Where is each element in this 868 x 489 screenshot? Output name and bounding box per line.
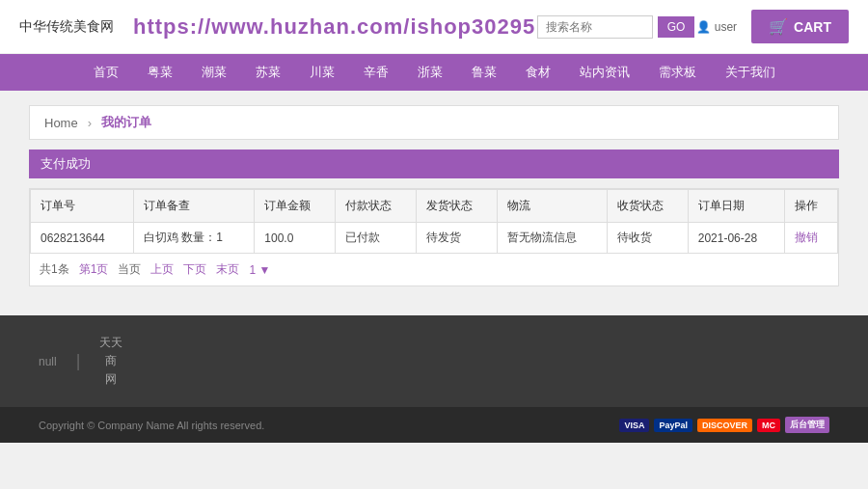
nav-item-苏菜[interactable]: 苏菜 (241, 54, 295, 91)
orders-table: 订单号订单备查订单金额付款状态发货状态物流收货状态订单日期操作 06282136… (30, 189, 838, 254)
nav-item-关于我们[interactable]: 关于我们 (711, 54, 790, 91)
header-right: 👤 user 🛒 CART (696, 10, 849, 43)
header-left: 中华传统美食网 https://www.huzhan.com/ishop3029… (19, 14, 535, 40)
cart-label: CART (794, 19, 831, 35)
nav-item-站内资讯[interactable]: 站内资讯 (565, 54, 644, 91)
nav-item-浙菜[interactable]: 浙菜 (403, 54, 457, 91)
table-row: 0628213644白切鸡 数量：1100.0已付款待发货暂无物流信息待收货20… (31, 223, 838, 254)
col-header: 收货状态 (607, 190, 688, 223)
footer-separator: | (76, 351, 81, 371)
table-header-row: 订单号订单备查订单金额付款状态发货状态物流收货状态订单日期操作 (31, 190, 838, 223)
action-link[interactable]: 撤销 (795, 231, 818, 244)
main-content: 支付成功 订单号订单备查订单金额付款状态发货状态物流收货状态订单日期操作 062… (29, 149, 839, 286)
payment-icon-discover: DISCOVER (697, 419, 752, 432)
table-cell: 待发货 (417, 223, 498, 254)
table-cell: 待收货 (607, 223, 688, 254)
footer-link[interactable]: 天天 (99, 335, 122, 351)
payment-icon-admin[interactable]: 后台管理 (785, 417, 829, 433)
pagination-indicator[interactable]: 1 ▼ (249, 263, 270, 277)
table-cell: 暂无物流信息 (498, 223, 607, 254)
nav-item-食材[interactable]: 食材 (511, 54, 565, 91)
col-header: 操作 (785, 190, 838, 223)
footer: null | 天天商网 Copyright © Company Name All… (0, 315, 868, 443)
footer-link[interactable]: 商 (105, 353, 117, 369)
col-header: 订单金额 (255, 190, 336, 223)
pagination: 共1条 第1页 当页 上页 下页 末页 1 ▼ (30, 254, 838, 285)
header: 中华传统美食网 https://www.huzhan.com/ishop3029… (0, 0, 868, 54)
url-display: https://www.huzhan.com/ishop30295 (133, 14, 535, 40)
col-header: 订单号 (31, 190, 134, 223)
search-area: GO (537, 15, 695, 39)
copyright-text: Copyright © Company Name All rights rese… (39, 420, 264, 431)
action-cell: 撤销 (785, 223, 838, 254)
pagination-next[interactable]: 下页 (183, 261, 206, 278)
site-title: 中华传统美食网 (19, 18, 114, 36)
nav-item-需求板[interactable]: 需求板 (644, 54, 711, 91)
section-title: 支付成功 (29, 149, 839, 178)
nav-item-鲁菜[interactable]: 鲁菜 (457, 54, 511, 91)
footer-link[interactable]: 网 (105, 371, 117, 388)
user-info: 👤 user (696, 20, 737, 34)
payment-icons: VISAPayPalDISCOVERMC后台管理 (619, 417, 829, 433)
breadcrumb-home[interactable]: Home (44, 116, 78, 130)
user-label: user (715, 20, 737, 34)
footer-links: 天天商网 (99, 335, 122, 388)
breadcrumb-separator: › (88, 116, 92, 130)
nav-item-粤菜[interactable]: 粤菜 (133, 54, 187, 91)
table-cell: 100.0 (255, 223, 336, 254)
payment-icon-visa: VISA (619, 419, 649, 432)
pagination-first[interactable]: 第1页 (79, 261, 109, 278)
col-header: 付款状态 (336, 190, 417, 223)
pagination-prev[interactable]: 上页 (150, 261, 174, 278)
table-cell: 白切鸡 数量：1 (133, 223, 254, 254)
footer-null-label: null (39, 355, 57, 368)
nav-item-潮菜[interactable]: 潮菜 (187, 54, 241, 91)
cart-button[interactable]: 🛒 CART (751, 10, 849, 43)
col-header: 发货状态 (417, 190, 498, 223)
col-header: 订单日期 (688, 190, 784, 223)
pagination-current: 当页 (118, 261, 141, 278)
table-cell: 0628213644 (31, 223, 134, 254)
pagination-last[interactable]: 末页 (216, 261, 239, 278)
payment-icon-paypal: PayPal (654, 419, 692, 432)
payment-icon-mc: MC (757, 419, 780, 432)
col-header: 订单备查 (133, 190, 254, 223)
main-nav: 首页粤菜潮菜苏菜川菜辛香浙菜鲁菜食材站内资讯需求板关于我们 (0, 54, 868, 91)
nav-item-辛香[interactable]: 辛香 (349, 54, 403, 91)
breadcrumb: Home › 我的订单 (29, 105, 839, 140)
cart-icon: 🛒 (769, 17, 788, 36)
col-header: 物流 (498, 190, 607, 223)
table-cell: 已付款 (336, 223, 417, 254)
search-input[interactable] (537, 15, 653, 39)
footer-top: null | 天天商网 (0, 315, 868, 407)
search-button[interactable]: GO (658, 16, 695, 38)
pagination-summary: 共1条 (40, 261, 69, 278)
breadcrumb-current: 我的订单 (101, 114, 151, 131)
footer-bottom: Copyright © Company Name All rights rese… (0, 407, 868, 443)
user-icon: 👤 (696, 20, 711, 34)
table-cell: 2021-06-28 (688, 223, 784, 254)
orders-table-container: 订单号订单备查订单金额付款状态发货状态物流收货状态订单日期操作 06282136… (29, 188, 839, 286)
nav-item-首页[interactable]: 首页 (79, 54, 133, 91)
nav-item-川菜[interactable]: 川菜 (295, 54, 349, 91)
